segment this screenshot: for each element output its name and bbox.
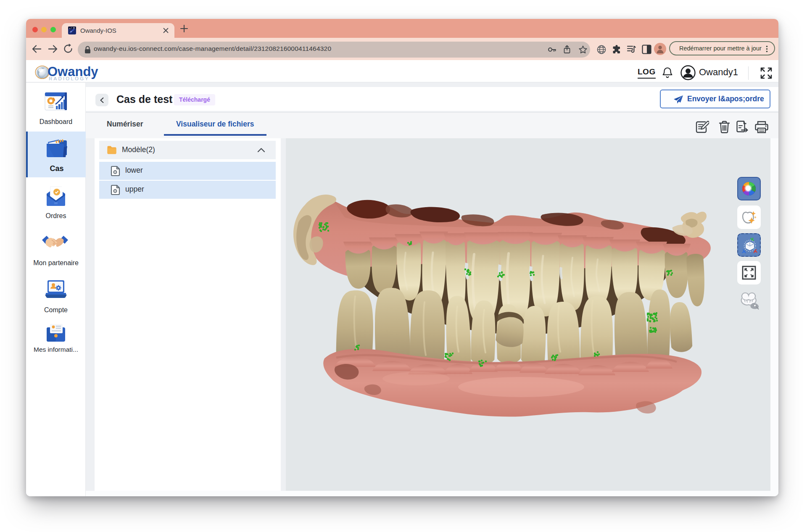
- svg-text:RADIOLOGY: RADIOLOGY: [49, 76, 90, 81]
